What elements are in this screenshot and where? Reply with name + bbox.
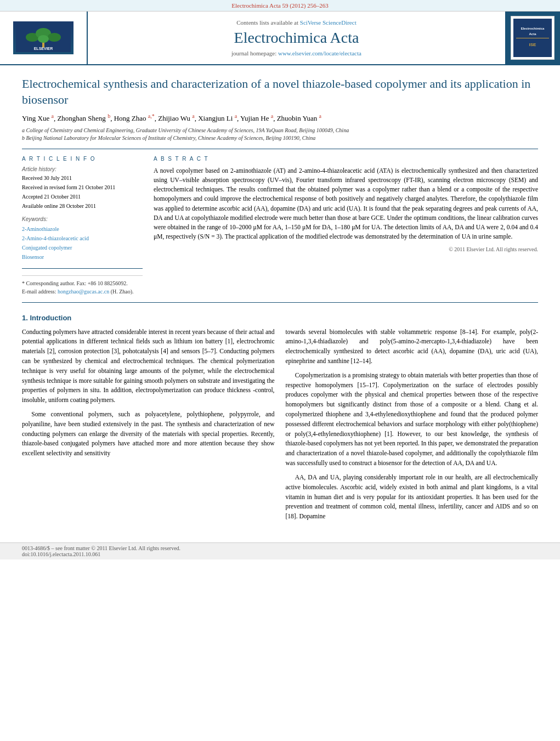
doi-text: doi:10.1016/j.electacta.2011.10.061 (22, 551, 538, 557)
left-para-2: Some conventional polymers, such as poly… (22, 410, 275, 459)
affil-b: b (108, 113, 110, 119)
elsevier-logo-area: ELSEVIER (0, 12, 88, 64)
affil-a4: a (235, 113, 237, 119)
svg-text:ELSEVIER: ELSEVIER (34, 47, 53, 50)
body-col-right: towards several biomolecules with stable… (286, 327, 539, 526)
affil-a: a (51, 113, 53, 119)
keywords-list: 2-Aminothiazole 2-Amino-4-thiazoleacetic… (22, 224, 143, 262)
keyword-4: Biosensor (22, 252, 143, 262)
affil-a6: a (319, 113, 321, 119)
journal-header: ELSEVIER Contents lists available at Sci… (0, 12, 560, 65)
article-title: Electrochemical synthesis and characteri… (22, 76, 538, 108)
affil-a5: a (271, 113, 273, 119)
date-available: Available online 28 October 2011 (22, 201, 143, 211)
svg-rect-10 (516, 38, 549, 38)
right-para-2: Copolymerization is a promising strategy… (286, 371, 539, 468)
journal-title-area: Contents lists available at SciVerse Sci… (88, 12, 505, 64)
divider-info (22, 268, 143, 269)
right-para-3: AA, DA and UA, playing considerably impo… (286, 473, 539, 522)
article-dates: Received 30 July 2011 Received in revise… (22, 173, 143, 211)
introduction-section: 1. Introduction Conducting polymers have… (22, 314, 538, 526)
svg-text:Acta: Acta (529, 32, 536, 36)
section-name: Introduction (30, 314, 71, 322)
footnote-star: * Corresponding author. Fax: +86 10 8825… (22, 279, 143, 287)
elsevier-logo: ELSEVIER (13, 21, 73, 54)
keyword-2: 2-Amino-4-thiazoleacetic acid (22, 234, 143, 243)
article-info-col: A R T I C L E I N F O Article history: R… (22, 156, 143, 296)
footnote-email: E-mail address: hongzhao@gucas.ac.cn (H.… (22, 287, 143, 296)
citation-text: Electrochimica Acta 59 (2012) 256–263 (231, 2, 329, 9)
date-revised: Received in revised form 21 October 2011 (22, 183, 143, 192)
abstract-text: A novel copolymer based on 2-aminothiazo… (154, 166, 538, 242)
right-para-1: towards several biomolecules with stable… (286, 327, 539, 366)
date-accepted: Accepted 21 October 2011 (22, 192, 143, 201)
journal-title: Electrochimica Acta (234, 29, 359, 47)
body-col-left: Conducting polymers have attracted consi… (22, 327, 275, 526)
journal-citation: Electrochimica Acta 59 (2012) 256–263 (0, 0, 560, 12)
keyword-1: 2-Aminothiazole (22, 224, 143, 234)
date-received: Received 30 July 2011 (22, 173, 143, 183)
footnotes: * Corresponding author. Fax: +86 10 8825… (22, 275, 143, 296)
contents-line: Contents lists available at SciVerse Sci… (236, 19, 356, 26)
homepage-link[interactable]: www.elsevier.com/locate/electacta (278, 50, 361, 56)
svg-point-5 (38, 35, 49, 43)
logo-image: ELSEVIER (13, 21, 73, 54)
journal-logo-svg: Electrochimica Acta ISE (513, 19, 552, 57)
homepage-text: journal homepage: (231, 50, 278, 56)
svg-text:Electrochimica: Electrochimica (521, 27, 545, 30)
contents-text: Contents lists available at (236, 19, 299, 26)
sciverse-link[interactable]: SciVerse ScienceDirect (300, 19, 357, 26)
affil-a2: a,* (148, 113, 155, 119)
left-para-1: Conducting polymers have attracted consi… (22, 327, 275, 406)
journal-logo-right: Electrochimica Acta ISE (505, 12, 560, 64)
info-abstract-row: A R T I C L E I N F O Article history: R… (22, 156, 538, 296)
affil-a3: a (192, 113, 194, 119)
divider-top (22, 149, 538, 149)
authors-line: Ying Xue a, Zhonghan Sheng b, Hong Zhao … (22, 113, 538, 123)
abstract-label: A B S T R A C T (154, 156, 538, 162)
bottom-bar: 0013-4686/$ – see front matter © 2011 El… (0, 542, 560, 559)
section-number: 1. (22, 314, 28, 322)
section-title: 1. Introduction (22, 314, 538, 322)
body-columns: Conducting polymers have attracted consi… (22, 327, 538, 526)
homepage-line: journal homepage: www.elsevier.com/locat… (231, 50, 361, 56)
keyword-3: Conjugated copolymer (22, 243, 143, 252)
elsevier-tree-svg: ELSEVIER (16, 24, 71, 52)
abstract-col: A B S T R A C T A novel copolymer based … (154, 156, 538, 296)
issn-text: 0013-4686/$ – see front matter © 2011 El… (22, 545, 538, 551)
svg-text:ISE: ISE (529, 42, 537, 47)
affiliations: a College of Chemistry and Chemical Engi… (22, 127, 538, 142)
svg-point-4 (48, 33, 61, 42)
affiliation-b: b Beijing National Laboratory for Molecu… (22, 134, 538, 142)
history-label: Article history: (22, 166, 143, 172)
affiliation-a: a College of Chemistry and Chemical Engi… (22, 127, 538, 134)
journal-logo-box: Electrochimica Acta ISE (511, 16, 555, 60)
email-link[interactable]: hongzhao@gucas.ac.cn (58, 289, 109, 295)
article-info-label: A R T I C L E I N F O (22, 156, 143, 162)
article-body: Electrochemical synthesis and characteri… (0, 65, 560, 537)
keywords-label: Keywords: (22, 216, 143, 222)
copyright-notice: © 2011 Elsevier Ltd. All rights reserved… (154, 246, 538, 252)
divider-main (22, 302, 538, 303)
